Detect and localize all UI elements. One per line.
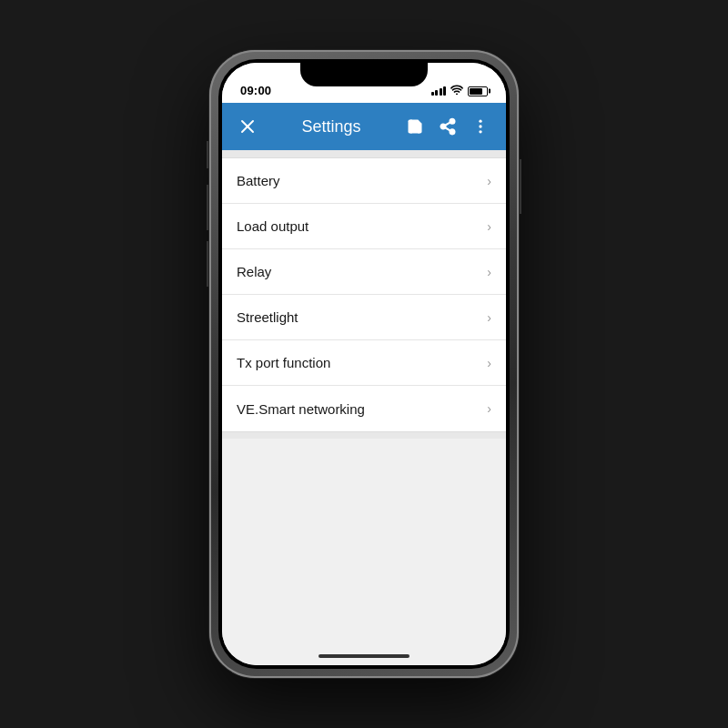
menu-item-battery[interactable]: Battery › (222, 158, 506, 204)
home-indicator[interactable] (318, 654, 410, 658)
chevron-relay-icon: › (487, 265, 491, 279)
header-actions (400, 112, 495, 141)
svg-line-6 (445, 122, 450, 125)
signal-icon (431, 86, 447, 96)
battery-status-icon (468, 86, 488, 96)
battery-fill (470, 88, 482, 95)
phone-inner: 09:00 (218, 59, 510, 669)
chevron-ve-smart-icon: › (487, 401, 491, 416)
status-time: 09:00 (240, 84, 271, 97)
menu-item-tx-port-label: Tx port function (237, 355, 330, 370)
svg-point-9 (479, 130, 481, 133)
section-spacer-top (222, 150, 506, 157)
menu-item-ve-smart[interactable]: VE.Smart networking › (222, 386, 506, 431)
content-area: Battery › Load output › Relay › Str (222, 150, 506, 665)
menu-item-tx-port[interactable]: Tx port function › (222, 340, 506, 386)
menu-item-relay-label: Relay (237, 264, 271, 279)
chevron-load-output-icon: › (487, 219, 491, 234)
more-options-button[interactable] (466, 112, 495, 141)
screen: 09:00 (222, 63, 506, 665)
menu-item-ve-smart-label: VE.Smart networking (237, 401, 365, 417)
save-button[interactable] (400, 112, 430, 141)
app-header: Settings (222, 103, 506, 150)
menu-item-streetlight-label: Streetlight (237, 309, 298, 325)
svg-point-7 (479, 120, 481, 123)
wifi-icon (450, 85, 463, 97)
signal-bar-1 (431, 92, 434, 96)
chevron-battery-icon: › (487, 174, 491, 188)
menu-item-relay[interactable]: Relay › (222, 249, 506, 295)
signal-bar-3 (440, 88, 442, 96)
menu-item-load-output-label: Load output (237, 218, 308, 234)
phone-wrapper: 09:00 (209, 50, 519, 678)
chevron-tx-port-icon: › (487, 356, 491, 370)
menu-item-battery-label: Battery (237, 173, 280, 188)
page-title: Settings (262, 117, 400, 136)
menu-item-streetlight[interactable]: Streetlight › (222, 295, 506, 340)
status-icons (431, 85, 489, 97)
menu-item-load-output[interactable]: Load output › (222, 204, 506, 249)
chevron-streetlight-icon: › (487, 310, 491, 325)
close-button[interactable] (233, 112, 262, 141)
svg-point-8 (479, 125, 481, 127)
settings-menu-list: Battery › Load output › Relay › Str (222, 157, 506, 431)
section-spacer-bottom (222, 431, 506, 439)
signal-bar-4 (443, 86, 446, 96)
notch (300, 63, 428, 86)
share-button[interactable] (433, 112, 462, 141)
svg-line-5 (445, 127, 450, 130)
phone-frame: 09:00 (209, 50, 519, 678)
signal-bar-2 (435, 90, 438, 96)
